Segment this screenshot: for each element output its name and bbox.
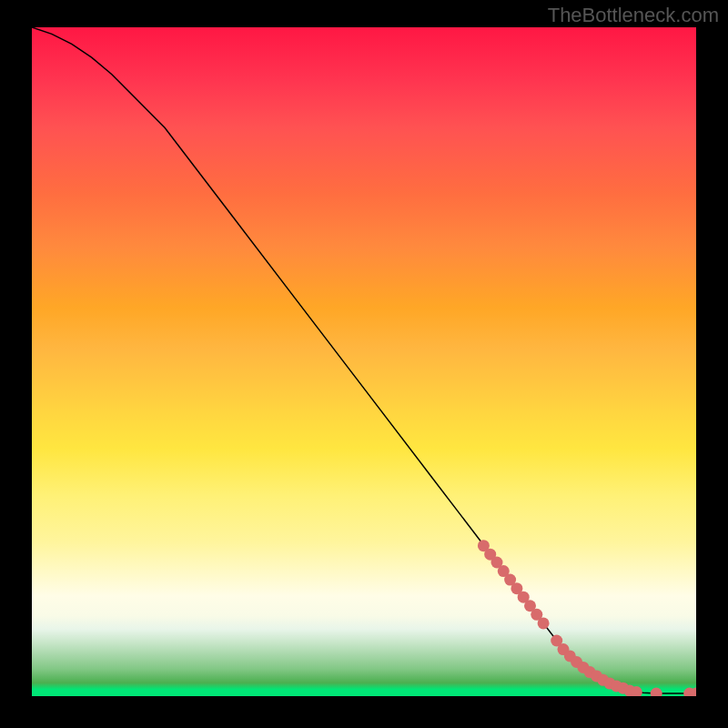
curve-group xyxy=(32,27,696,693)
data-point xyxy=(538,617,550,629)
chart-plot-area xyxy=(32,27,696,696)
data-point xyxy=(651,688,662,696)
watermark-text: TheBottleneck.com xyxy=(548,4,719,27)
bottleneck-curve xyxy=(32,27,696,693)
points-group xyxy=(478,540,696,696)
chart-svg xyxy=(32,27,696,696)
